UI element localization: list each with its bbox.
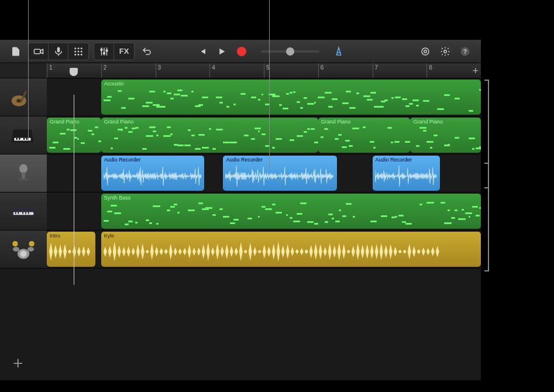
track-row-synth-bass: Synth Bass [0, 192, 481, 231]
svg-point-6 [78, 50, 80, 52]
region-drums-1[interactable]: Kyle [101, 232, 481, 267]
settings-button[interactable] [435, 43, 455, 60]
svg-point-16 [444, 50, 447, 53]
ruler-row: 12345678 + [0, 63, 481, 78]
track-lane-grand-piano[interactable]: Grand PianoGrand PianoGrand PianoGrand P… [47, 116, 481, 154]
add-track-button[interactable]: + [13, 353, 23, 373]
ruler-tick: 8 [426, 63, 432, 78]
region-label: Grand Piano [413, 119, 443, 125]
track-lane-audio-recorder[interactable]: Audio RecorderAudio RecorderAudio Record… [47, 154, 481, 192]
svg-rect-25 [23, 138, 25, 140]
ruler[interactable]: 12345678 + [47, 63, 481, 78]
add-bar-button[interactable]: + [472, 65, 479, 77]
midi-notes [321, 126, 408, 150]
svg-rect-35 [25, 212, 26, 214]
ruler-gutter [0, 63, 47, 78]
track-row-audio-recorder: Audio RecorderAudio RecorderAudio Record… [0, 154, 481, 192]
play-button[interactable] [212, 43, 232, 60]
region-label: Acoustic [104, 81, 124, 87]
piano-icon [9, 123, 38, 147]
my-songs-button[interactable] [6, 43, 26, 60]
region-label: Intro [50, 233, 60, 239]
track-header-synth-bass[interactable] [0, 192, 47, 230]
guitar-icon [9, 85, 38, 109]
ruler-tick: 2 [101, 63, 107, 78]
svg-point-7 [81, 50, 82, 52]
track-row-grand-piano: Grand PianoGrand PianoGrand PianoGrand P… [0, 116, 481, 154]
mic-icon [9, 161, 38, 185]
svg-point-27 [19, 164, 27, 173]
tracks-area: AcousticGrand PianoGrand PianoGrand Pian… [0, 78, 481, 269]
track-lane-acoustic-guitar[interactable]: Acoustic [47, 78, 481, 116]
svg-rect-33 [18, 212, 19, 214]
svg-point-3 [78, 47, 80, 49]
region-bracket [484, 163, 489, 188]
svg-rect-24 [19, 138, 20, 140]
region-grand-piano-3[interactable]: Grand Piano [410, 118, 481, 153]
svg-text:?: ? [463, 47, 467, 54]
midi-notes [104, 126, 316, 150]
camera-view-button[interactable] [29, 43, 49, 60]
svg-rect-0 [34, 49, 40, 54]
region-label: Audio Recorder [104, 157, 141, 163]
svg-rect-36 [28, 212, 29, 214]
region-grand-piano-2[interactable]: Grand Piano [318, 118, 411, 153]
mixer-button[interactable] [94, 43, 114, 60]
grid-view-button[interactable] [68, 43, 88, 60]
ruler-tick: 3 [156, 63, 161, 78]
playhead-line [74, 95, 74, 285]
svg-rect-26 [26, 138, 27, 140]
rewind-button[interactable] [192, 43, 212, 60]
track-row-acoustic-guitar: Acoustic [0, 78, 481, 116]
svg-rect-32 [15, 212, 16, 214]
svg-point-8 [74, 53, 76, 55]
svg-point-38 [20, 250, 27, 257]
metronome-button[interactable] [329, 43, 349, 60]
svg-point-10 [81, 53, 82, 55]
region-drums-0[interactable]: Intro [47, 232, 95, 267]
region-label: Grand Piano [104, 119, 134, 125]
callout-line-1 [28, 0, 29, 140]
svg-rect-34 [22, 212, 23, 214]
region-synth-bass-0[interactable]: Synth Bass [101, 194, 481, 229]
region-label: Audio Recorder [226, 157, 263, 163]
track-lane-synth-bass[interactable]: Synth Bass [47, 192, 481, 230]
fx-button[interactable]: FX [114, 43, 134, 60]
region-audio-recorder-2[interactable]: Audio Recorder [373, 156, 441, 191]
loop-button[interactable] [415, 43, 435, 60]
undo-button[interactable] [137, 43, 157, 60]
record-button[interactable] [232, 43, 252, 60]
track-lane-drums[interactable]: IntroKyle [47, 231, 481, 268]
drumkit-icon [9, 238, 38, 261]
volume-thumb[interactable] [286, 47, 294, 56]
svg-point-5 [74, 50, 76, 52]
region-label: Kyle [104, 233, 115, 239]
svg-point-12 [103, 52, 105, 54]
midi-notes [412, 126, 479, 150]
svg-point-42 [29, 241, 34, 246]
svg-point-40 [27, 247, 34, 252]
svg-point-2 [74, 47, 76, 49]
help-button[interactable]: ? [455, 43, 475, 60]
svg-rect-29 [19, 178, 28, 180]
playhead-marker[interactable] [70, 68, 78, 76]
track-header-drums[interactable] [0, 231, 47, 268]
region-label: Audio Recorder [376, 157, 412, 163]
garageband-window: FX ? 12345678 [0, 40, 481, 380]
track-header-audio-recorder[interactable] [0, 154, 47, 192]
svg-point-20 [16, 99, 21, 102]
ruler-tick: 4 [209, 63, 215, 78]
svg-rect-1 [57, 47, 60, 52]
svg-rect-28 [22, 172, 25, 178]
region-acoustic-guitar-0[interactable]: Acoustic [101, 80, 481, 115]
region-grand-piano-1[interactable]: Grand Piano [101, 118, 318, 153]
track-header-grand-piano[interactable] [0, 116, 47, 154]
region-audio-recorder-1[interactable]: Audio Recorder [223, 156, 337, 191]
region-audio-recorder-0[interactable]: Audio Recorder [101, 156, 204, 191]
svg-point-13 [106, 50, 108, 51]
svg-point-14 [422, 48, 429, 55]
volume-slider[interactable] [261, 50, 319, 53]
mic-view-button[interactable] [49, 43, 68, 60]
track-header-acoustic-guitar[interactable] [0, 78, 47, 116]
audio-waveform [375, 164, 438, 188]
